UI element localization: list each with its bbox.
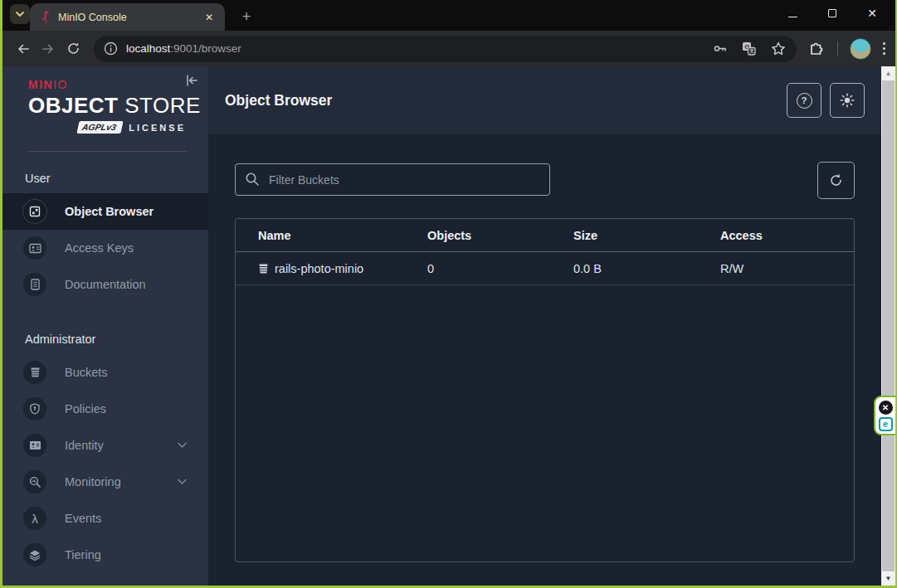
tiering-layers-icon bbox=[23, 543, 46, 566]
filter-buckets-input[interactable] bbox=[235, 163, 550, 196]
profile-avatar[interactable] bbox=[850, 38, 871, 60]
section-label-user: User bbox=[25, 172, 208, 185]
section-label-administrator: Administrator bbox=[25, 333, 208, 346]
tab-title: MinIO Console bbox=[58, 12, 202, 23]
sidebar-item-label: Policies bbox=[65, 402, 106, 415]
browser-menu-icon[interactable] bbox=[883, 42, 885, 55]
identity-icon bbox=[23, 434, 46, 457]
password-key-icon[interactable] bbox=[712, 41, 728, 56]
shared-screen-frame: MinIO Console ✕ + ✕ localhost:9001/brows… bbox=[0, 0, 897, 588]
url-bar[interactable]: localhost:9001/browser G bbox=[94, 36, 797, 62]
sidebar-item-object-browser[interactable]: Object Browser bbox=[2, 193, 208, 230]
chevron-down-icon bbox=[178, 479, 187, 485]
object-browser-icon bbox=[23, 200, 46, 223]
refresh-buckets-button[interactable] bbox=[817, 162, 855, 199]
urlbar-action-icons: G bbox=[712, 41, 787, 57]
url-path: :9001/browser bbox=[170, 42, 241, 55]
column-header-size: Size bbox=[551, 229, 698, 242]
header-actions: ? bbox=[787, 83, 865, 118]
sidebar-collapse-button[interactable] bbox=[185, 75, 198, 86]
maximize-icon bbox=[828, 9, 836, 17]
toolbar-divider bbox=[837, 41, 839, 56]
browser-tab[interactable]: MinIO Console ✕ bbox=[30, 3, 225, 31]
license-row: AGPLv3 LICENSE bbox=[28, 121, 186, 134]
collapse-left-icon bbox=[185, 75, 198, 86]
reload-icon bbox=[66, 41, 80, 56]
bucket-objects-cell: 0 bbox=[405, 262, 551, 275]
table-row-bucket[interactable]: rails-photo-minio 0 0.0 B R/W bbox=[236, 252, 854, 285]
help-icon: ? bbox=[797, 93, 812, 109]
search-icon bbox=[245, 172, 260, 187]
monitoring-icon bbox=[23, 470, 46, 493]
browser-content: Name Objects Size Access rails-photo-min… bbox=[208, 134, 881, 586]
minio-logo: MINIO OBJECT STORE AGPLv3 LICENSE bbox=[2, 66, 208, 134]
column-header-objects: Objects bbox=[405, 229, 551, 242]
scroll-up-icon[interactable]: ▲ bbox=[881, 66, 895, 80]
eset-overlay-panel[interactable]: ✕ e bbox=[874, 396, 895, 435]
translate-icon[interactable]: G bbox=[741, 41, 757, 56]
reload-button[interactable] bbox=[61, 36, 85, 61]
minimize-button[interactable] bbox=[784, 5, 801, 22]
minimize-icon bbox=[788, 17, 797, 17]
minio-sidebar: MINIO OBJECT STORE AGPLv3 LICENSE User O… bbox=[2, 66, 208, 586]
browser-toolbar: localhost:9001/browser G bbox=[2, 31, 895, 66]
chevron-down-icon bbox=[178, 442, 187, 449]
scroll-down-icon[interactable]: ▼ bbox=[881, 571, 895, 586]
maximize-button[interactable] bbox=[824, 5, 841, 22]
minio-brand-text: MINIO bbox=[28, 78, 208, 91]
sidebar-item-events[interactable]: λ Events bbox=[2, 500, 208, 537]
documentation-icon bbox=[23, 273, 46, 296]
object-store-text: OBJECT STORE bbox=[28, 93, 208, 119]
scrollbar-thumb[interactable] bbox=[882, 80, 895, 571]
bucket-name-cell: rails-photo-minio bbox=[236, 262, 405, 275]
column-header-access: Access bbox=[698, 229, 854, 242]
browser-titlebar: MinIO Console ✕ + ✕ bbox=[2, 0, 895, 31]
url-text[interactable]: localhost:9001/browser bbox=[126, 42, 712, 55]
main-panel: Object Browser ? bbox=[208, 66, 881, 586]
buckets-table: Name Objects Size Access rails-photo-min… bbox=[235, 218, 855, 562]
sidebar-item-label: Tiering bbox=[65, 548, 101, 561]
theme-toggle-button[interactable] bbox=[830, 83, 865, 118]
minio-favicon bbox=[41, 11, 51, 24]
url-host: localhost bbox=[126, 42, 170, 55]
eset-close-icon[interactable]: ✕ bbox=[879, 401, 893, 415]
extensions-icon[interactable] bbox=[808, 40, 826, 57]
tab-close-icon[interactable]: ✕ bbox=[202, 10, 217, 25]
page-scrollbar[interactable]: ▲ ▼ bbox=[881, 66, 895, 586]
sun-icon bbox=[839, 92, 856, 109]
sidebar-item-access-keys[interactable]: Access Keys bbox=[2, 230, 208, 266]
bucket-name: rails-photo-minio bbox=[275, 262, 363, 275]
help-button[interactable]: ? bbox=[787, 83, 821, 118]
buckets-icon bbox=[23, 361, 46, 384]
tab-search-button[interactable] bbox=[10, 4, 30, 24]
forward-arrow-icon bbox=[41, 41, 56, 56]
sidebar-item-tiering[interactable]: Tiering bbox=[2, 537, 208, 573]
forward-button[interactable] bbox=[36, 36, 61, 61]
window-controls: ✕ bbox=[784, 0, 889, 27]
sidebar-item-monitoring[interactable]: Monitoring bbox=[2, 464, 208, 500]
bucket-access-cell: R/W bbox=[698, 262, 854, 275]
sidebar-item-label: Monitoring bbox=[65, 475, 121, 488]
sidebar-item-policies[interactable]: Policies bbox=[2, 391, 208, 427]
back-button[interactable] bbox=[11, 36, 36, 61]
sidebar-item-label: Documentation bbox=[65, 278, 146, 291]
bucket-icon bbox=[258, 263, 269, 275]
policies-icon bbox=[23, 397, 46, 420]
site-info-icon[interactable] bbox=[104, 41, 118, 56]
eset-logo-icon[interactable]: e bbox=[879, 417, 893, 431]
page-title: Object Browser bbox=[225, 92, 332, 109]
license-label: LICENSE bbox=[129, 123, 186, 133]
sidebar-item-buckets[interactable]: Buckets bbox=[2, 354, 208, 391]
chevron-down-icon bbox=[15, 9, 25, 19]
new-tab-button[interactable]: + bbox=[236, 7, 256, 27]
bucket-size-cell: 0.0 B bbox=[551, 262, 698, 275]
agpl-badge: AGPLv3 bbox=[77, 121, 124, 134]
page-header: Object Browser bbox=[208, 66, 881, 134]
sidebar-item-identity[interactable]: Identity bbox=[2, 427, 208, 464]
sidebar-item-label: Object Browser bbox=[65, 205, 154, 218]
sidebar-item-documentation[interactable]: Documentation bbox=[2, 266, 208, 303]
refresh-icon bbox=[828, 173, 844, 188]
close-button[interactable]: ✕ bbox=[864, 5, 880, 22]
filter-wrap bbox=[235, 163, 550, 196]
bookmark-star-icon[interactable] bbox=[770, 41, 787, 57]
